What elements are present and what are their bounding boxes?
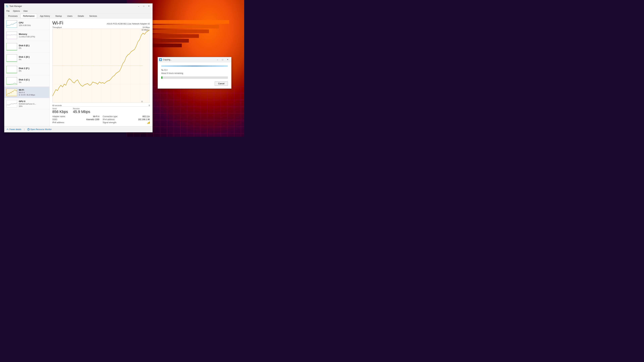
task-manager-window: Task Manager – □ ✕ File Options View Pro… — [4, 3, 152, 132]
svg-line-8 — [28, 129, 29, 130]
graph-max-label: 54 Mbps — [143, 26, 150, 28]
panel-header: Wi-Fi ASUS PCE-AC88 802.11ac Network Ada… — [52, 20, 150, 26]
sidebar-item-disk0[interactable]: Disk 0 (E:) 0% — [4, 41, 50, 52]
copying-icon: 📋 — [159, 58, 162, 61]
sidebar-item-memory[interactable]: Memory 11.9/31.9 GB (37%) — [4, 30, 50, 41]
graph-label-top: Throughput 54 Mbps — [52, 26, 150, 28]
tab-services[interactable]: Services — [87, 14, 100, 18]
dialog-title-bar: 📋 Copying... – □ ✕ — [158, 57, 231, 62]
copy-time-remaining: About 9 hours remaining — [161, 72, 228, 74]
menu-options[interactable]: Options — [12, 9, 20, 12]
connection-type-val: 802.11n — [142, 115, 150, 118]
disk2-sub: 0% — [19, 70, 48, 72]
dialog-maximize-button[interactable]: □ — [220, 58, 225, 61]
open-resource-monitor-label: Open Resource Monitor — [30, 128, 52, 131]
disk3-sub: 3% — [19, 81, 48, 83]
disk0-title: Disk 0 (E:) — [19, 44, 48, 47]
chevron-up-icon — [6, 128, 9, 131]
sidebar: CPU 15% 4.68 GHz Memory 11.9/31.9 GB (37… — [4, 18, 50, 126]
info-grid: Adapter name: Wi-Fi 4 Connection type: 8… — [52, 115, 150, 124]
ipv6-row: IPv6 address: — [52, 121, 100, 124]
window-controls: – □ ✕ — [136, 4, 151, 8]
ssid-val: Keenetic-1300 — [86, 118, 99, 121]
copying-dialog: 📋 Copying... – □ ✕ To 'C:\' About 9 hour… — [158, 57, 232, 89]
gpu-thumbnail — [6, 100, 17, 107]
wifi-title: Wi-Fi — [19, 89, 48, 91]
disk2-info: Disk 2 (F:) 0% — [19, 67, 48, 72]
disk0-sub: 0% — [19, 47, 48, 49]
ipv4-row: IPv4 address: 192.168.1.96 — [103, 118, 150, 121]
disk1-title: Disk 1 (D:) — [19, 56, 48, 58]
app-icon — [6, 5, 8, 7]
dialog-minimize-button[interactable]: – — [215, 58, 220, 61]
main-content: CPU 15% 4.68 GHz Memory 11.9/31.9 GB (37… — [4, 18, 152, 126]
sidebar-item-cpu[interactable]: CPU 15% 4.68 GHz — [4, 18, 50, 30]
svg-rect-2 — [6, 6, 7, 7]
send-value: 856 Kbps — [52, 110, 68, 114]
send-stat: Send 856 Kbps — [52, 108, 68, 114]
menu-view[interactable]: View — [23, 9, 28, 12]
right-panel: Wi-Fi ASUS PCE-AC88 802.11ac Network Ada… — [50, 18, 152, 126]
tab-details[interactable]: Details — [75, 14, 86, 18]
disk3-title: Disk 3 (C:) — [19, 78, 48, 81]
dialog-buttons: Cancel — [161, 81, 228, 86]
tab-startup[interactable]: Startup — [53, 14, 64, 18]
memory-sub: 11.9/31.9 GB (37%) — [19, 36, 48, 38]
ssid-row: SSID: Keenetic-1300 — [52, 118, 100, 121]
disk2-thumbnail — [6, 66, 17, 73]
progress-bar-bg — [161, 76, 228, 79]
minimize-button[interactable]: – — [136, 4, 141, 8]
signal-bar-2 — [148, 122, 148, 124]
tab-users[interactable]: Users — [64, 14, 75, 18]
fewer-details-label: Fewer details — [10, 128, 21, 131]
signal-bar-4 — [149, 121, 150, 124]
tab-processes[interactable]: Processes — [6, 14, 20, 18]
cancel-button[interactable]: Cancel — [215, 81, 228, 86]
panel-subtitle: ASUS PCE-AC88 802.11ac Network Adapter #… — [107, 23, 150, 25]
cpu-sub: 15% 4.68 GHz — [19, 24, 48, 26]
close-button[interactable]: ✕ — [146, 4, 151, 8]
wifi-info: Wi-Fi Wi-Fi 4 S: 0.9 R: 45.9 Mbps — [19, 89, 48, 96]
graph-label-bottom: 60 seconds 0 — [52, 104, 150, 106]
sidebar-item-gpu[interactable]: GPU 0 NVIDIA GeForce G... 26% — [4, 98, 50, 109]
gpu-info: GPU 0 NVIDIA GeForce G... 26% — [19, 100, 48, 107]
time-label: 60 seconds — [52, 104, 62, 106]
disk2-title: Disk 2 (F:) — [19, 67, 48, 69]
adapter-name-key: Adapter name: — [52, 115, 66, 118]
graph-area: 32 Mbps 0 — [52, 29, 150, 103]
svg-rect-0 — [6, 5, 7, 6]
memory-thumbnail — [6, 32, 17, 39]
disk1-sub: 0% — [19, 58, 48, 60]
svg-rect-1 — [7, 5, 8, 6]
disk0-info: Disk 0 (E:) 0% — [19, 44, 48, 49]
menu-file[interactable]: File — [6, 9, 10, 12]
receive-label: Receive — [73, 108, 90, 110]
sidebar-item-disk2[interactable]: Disk 2 (F:) 0% — [4, 64, 50, 75]
progress-bar-fill — [161, 76, 162, 79]
resource-monitor-icon — [27, 128, 30, 131]
maximize-button[interactable]: □ — [142, 4, 146, 8]
cpu-info: CPU 15% 4.68 GHz — [19, 21, 48, 26]
ssid-key: SSID: — [52, 118, 58, 121]
bottom-bar: Fewer details | Open Resource Monitor — [4, 126, 152, 132]
copy-destination: To 'C:\' — [161, 69, 228, 71]
ipv6-key: IPv6 address: — [52, 121, 64, 124]
signal-strength-icon — [147, 121, 150, 124]
throughput-label: Throughput — [52, 26, 62, 28]
fewer-details-button[interactable]: Fewer details — [6, 128, 21, 131]
open-resource-monitor-button[interactable]: Open Resource Monitor — [27, 128, 52, 131]
sidebar-item-wifi[interactable]: Wi-Fi Wi-Fi 4 S: 0.9 R: 45.9 Mbps — [4, 87, 50, 98]
sidebar-item-disk3[interactable]: Disk 3 (C:) 3% — [4, 75, 50, 87]
disk1-info: Disk 1 (D:) 0% — [19, 56, 48, 60]
sidebar-item-disk1[interactable]: Disk 1 (D:) 0% — [4, 52, 50, 64]
send-label: Send — [52, 108, 68, 110]
tab-app-history[interactable]: App history — [38, 14, 52, 18]
disk0-thumbnail — [6, 43, 17, 50]
disk3-thumbnail — [6, 77, 17, 85]
tab-performance[interactable]: Performance — [20, 14, 37, 18]
disk3-info: Disk 3 (C:) 3% — [19, 78, 48, 83]
signal-val — [147, 121, 150, 124]
dialog-close-button[interactable]: ✕ — [225, 58, 230, 61]
connection-type-key: Connection type: — [103, 115, 118, 118]
signal-key: Signal strength: — [103, 121, 117, 124]
